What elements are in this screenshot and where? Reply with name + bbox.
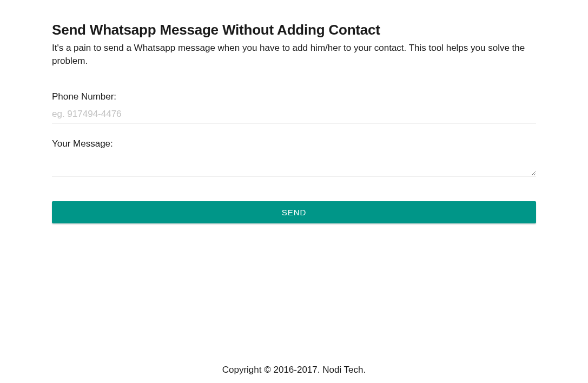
phone-label: Phone Number: bbox=[52, 91, 536, 102]
phone-field-group: Phone Number: bbox=[52, 91, 536, 123]
message-input[interactable] bbox=[52, 154, 536, 176]
message-label: Your Message: bbox=[52, 138, 536, 149]
main-container: Send Whatsapp Message Without Adding Con… bbox=[0, 0, 588, 223]
page-title: Send Whatsapp Message Without Adding Con… bbox=[52, 22, 536, 38]
message-field-group: Your Message: bbox=[52, 138, 536, 179]
send-button[interactable]: SEND bbox=[52, 201, 536, 223]
phone-input[interactable] bbox=[52, 107, 536, 123]
footer: Copyright © 2016-2017. Nodi Tech. bbox=[0, 365, 588, 375]
footer-text: Copyright © 2016-2017. Nodi Tech. bbox=[222, 365, 366, 375]
page-subtitle: It's a pain to send a Whatsapp message w… bbox=[52, 42, 536, 68]
